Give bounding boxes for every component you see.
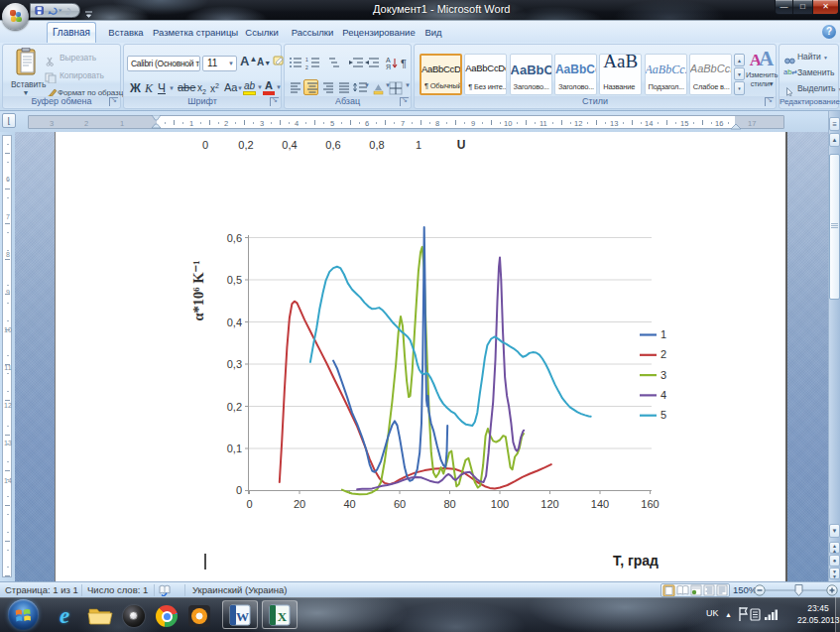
svg-text:0,4: 0,4 (227, 316, 242, 328)
svg-text:0: 0 (246, 498, 252, 510)
svg-text:1: 1 (305, 57, 308, 63)
svg-text:0,1: 0,1 (227, 442, 242, 454)
svg-text:140: 140 (591, 498, 609, 510)
svg-text:2: 2 (660, 348, 666, 360)
svg-text:А: А (386, 57, 391, 63)
svg-text:120: 120 (540, 498, 558, 510)
svg-text:20: 20 (294, 498, 305, 510)
svg-text:Т, град: Т, град (613, 553, 659, 569)
svg-text:0,6: 0,6 (325, 139, 340, 151)
svg-text:0,2: 0,2 (238, 139, 253, 151)
svg-text:0: 0 (236, 484, 242, 496)
svg-text:5: 5 (660, 409, 666, 421)
svg-text:1: 1 (416, 139, 421, 151)
svg-text:α*10⁶ K⁻¹: α*10⁶ K⁻¹ (190, 260, 206, 320)
svg-text:W: W (236, 608, 249, 623)
svg-text:0,2: 0,2 (227, 401, 242, 413)
svg-text:¶: ¶ (401, 58, 407, 69)
svg-text:100: 100 (491, 498, 509, 510)
svg-text:0,8: 0,8 (369, 139, 384, 151)
svg-text:Я: Я (386, 63, 391, 70)
svg-text:60: 60 (394, 498, 406, 510)
svg-text:160: 160 (641, 498, 659, 510)
svg-text:U: U (457, 138, 466, 152)
svg-text:0,6: 0,6 (227, 232, 242, 244)
svg-text:0: 0 (202, 139, 208, 151)
svg-text:1: 1 (660, 328, 666, 340)
svg-text:3: 3 (660, 369, 666, 381)
svg-text:0,4: 0,4 (282, 139, 297, 151)
svg-text:80: 80 (443, 498, 455, 510)
svg-text:2: 2 (305, 64, 308, 70)
svg-text:X: X (278, 608, 288, 623)
svg-text:40: 40 (343, 498, 355, 510)
svg-text:0,5: 0,5 (227, 274, 242, 286)
svg-text:4: 4 (660, 389, 666, 401)
svg-text:0,3: 0,3 (227, 358, 242, 370)
